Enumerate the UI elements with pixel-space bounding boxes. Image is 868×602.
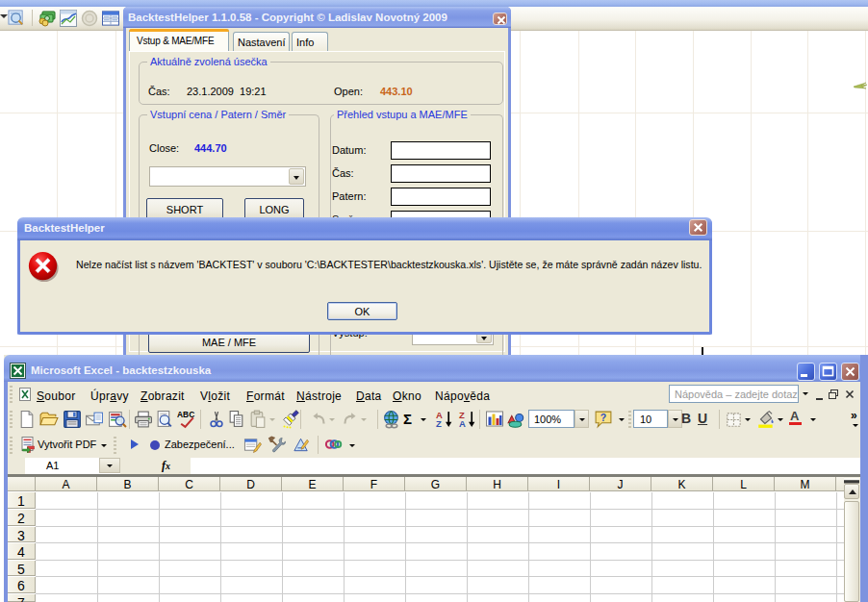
svg-text:A: A [459,418,466,429]
svg-text:Z: Z [436,418,442,429]
svg-text:?: ? [600,412,606,423]
